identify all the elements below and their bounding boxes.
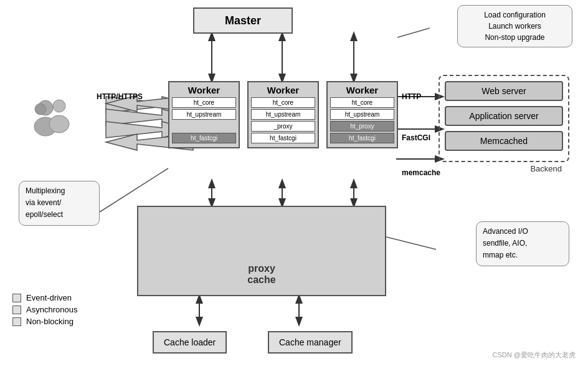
worker-3-module-1: ht_core	[330, 97, 394, 108]
worker-3-module-3: ht_proxy	[330, 121, 394, 132]
memcache-label: memcache	[402, 168, 440, 177]
fastcgi-label: FastCGI	[402, 133, 440, 142]
svg-point-22	[49, 115, 69, 133]
worker-1-title: Worker	[172, 85, 236, 95]
worker-box-1: Worker ht_core ht_upstream ht_fastcgi	[168, 81, 240, 148]
multiplexing-text: Multiplexingvia kevent/epoll/select	[26, 186, 65, 219]
svg-line-18	[397, 28, 430, 37]
svg-point-21	[53, 100, 65, 112]
legend-item-1: Event-driven	[12, 293, 77, 302]
backend-label: Backend	[530, 164, 562, 173]
legend-label-3: Non-blocking	[26, 317, 74, 326]
watermark: CSDN @爱吃牛肉的大老虎	[493, 350, 576, 360]
worker-3-module-2: ht_upstream	[330, 109, 394, 120]
worker-3-module-4: ht_fastcgi	[330, 133, 394, 143]
worker-2-module-1: ht_core	[251, 97, 315, 108]
master-label: Master	[225, 14, 261, 27]
backend-group: Web server Application server Memcached …	[439, 75, 569, 162]
proxy-cache-label: proxycache	[247, 263, 275, 286]
worker-2-module-2: ht_upstream	[251, 109, 315, 120]
protocol-http-label: HTTP FastCGI memcache	[402, 92, 440, 177]
advanced-io-callout: Advanced I/Osendfile, AIO,mmap etc.	[476, 221, 569, 266]
legend-square-2	[12, 306, 21, 314]
users-icon	[28, 97, 78, 147]
worker-2-module-3: _proxy	[251, 121, 315, 132]
worker-1-module-4: ht_fastcgi	[172, 133, 236, 143]
worker-1-module-1: ht_core	[172, 97, 236, 108]
cache-manager-label: Cache manager	[279, 337, 341, 347]
master-callout-line3: Non-stop upgrade	[464, 32, 566, 43]
worker-box-2: Worker ht_core ht_upstream _proxy ht_fas…	[247, 81, 319, 148]
legend-label-2: Asynchronous	[26, 305, 77, 314]
worker-2-module-4: ht_fastcgi	[251, 133, 315, 143]
worker-box-3: Worker ht_core ht_upstream ht_proxy ht_f…	[326, 81, 398, 148]
diagram-container: Master Load configuration Launch workers…	[0, 0, 588, 366]
legend-square-3	[12, 317, 21, 326]
memcached-item: Memcached	[445, 131, 563, 151]
master-callout: Load configuration Launch workers Non-st…	[457, 5, 572, 47]
legend-label-1: Event-driven	[26, 293, 72, 302]
master-box: Master	[193, 7, 293, 34]
cache-loader-label: Cache loader	[164, 337, 216, 347]
legend-square-1	[12, 294, 21, 302]
multiplexing-callout: Multiplexingvia kevent/epoll/select	[19, 181, 100, 226]
svg-line-17	[386, 237, 436, 249]
proxy-cache-area: proxycache	[137, 206, 386, 296]
advanced-io-text: Advanced I/Osendfile, AIO,mmap etc.	[483, 227, 528, 259]
workers-area: Worker ht_core ht_upstream ht_fastcgi Wo…	[168, 81, 398, 148]
worker-2-title: Worker	[251, 85, 315, 95]
legend-item-3: Non-blocking	[12, 317, 77, 326]
web-server-item: Web server	[445, 81, 563, 101]
http-label: HTTP	[402, 92, 440, 101]
http-https-label: HTTP/HTTPS	[97, 92, 143, 101]
worker-3-title: Worker	[330, 85, 394, 95]
svg-point-23	[35, 104, 46, 115]
application-server-item: Application server	[445, 106, 563, 126]
master-callout-line2: Launch workers	[464, 21, 566, 32]
legend-item-2: Asynchronous	[12, 305, 77, 314]
cache-manager-box: Cache manager	[268, 331, 353, 354]
worker-1-module-2: ht_upstream	[172, 109, 236, 120]
cache-loader-box: Cache loader	[153, 331, 227, 354]
master-callout-line1: Load configuration	[464, 9, 566, 21]
legend: Event-driven Asynchronous Non-blocking	[12, 293, 77, 329]
